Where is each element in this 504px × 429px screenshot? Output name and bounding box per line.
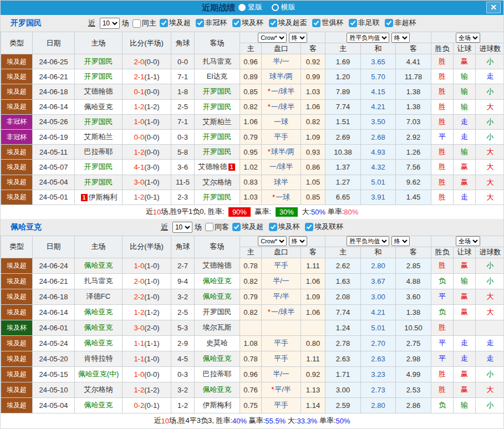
checkbox-icon[interactable] bbox=[305, 223, 313, 231]
eu-away-odds: 4.99 bbox=[396, 366, 431, 382]
league-filter-checkbox[interactable]: 世俱杯 bbox=[312, 18, 343, 28]
checkbox-icon[interactable] bbox=[385, 19, 393, 27]
final-odds-select[interactable]: 终 bbox=[391, 33, 410, 43]
result-handicap: 赢 bbox=[454, 54, 476, 69]
home-team: 巴拉蒂耶 bbox=[75, 145, 123, 160]
league-filter-checkbox[interactable]: 埃及联杯 bbox=[305, 222, 343, 232]
ah-handicap bbox=[262, 320, 301, 335]
eu-away-odds: 1.45 bbox=[396, 190, 431, 205]
checkbox-icon[interactable] bbox=[232, 223, 241, 231]
match-count-select[interactable]: 10 bbox=[100, 18, 120, 29]
league-filter-checkbox[interactable]: 埃及超 bbox=[160, 18, 191, 28]
result-handicap: 走 bbox=[454, 190, 476, 205]
ah-away-odds: 1.09 bbox=[301, 289, 325, 304]
col-home: 主场 bbox=[75, 236, 123, 258]
score: 1-2(0-0) bbox=[123, 145, 171, 160]
league-filter-checkbox[interactable]: 埃及杯 bbox=[269, 222, 300, 232]
close-icon: ✕ bbox=[490, 3, 497, 12]
away-team: 埃尔瓦斯 bbox=[195, 320, 240, 335]
checkbox-icon[interactable] bbox=[269, 19, 277, 27]
league-filter-checkbox[interactable]: 非冠杯 bbox=[196, 18, 227, 28]
ah-home-odds: 1.08 bbox=[240, 335, 262, 351]
col-corner: 角球 bbox=[171, 32, 195, 54]
checkbox-icon[interactable] bbox=[232, 19, 241, 27]
checkbox-icon[interactable] bbox=[196, 19, 204, 27]
score: 1-2(1-2) bbox=[123, 99, 171, 114]
avg-odds-select[interactable]: 胜平负均值 bbox=[347, 236, 389, 246]
checkbox-icon[interactable] bbox=[133, 19, 141, 28]
league-filter-checkbox[interactable]: 埃及超 bbox=[232, 222, 263, 232]
result-goals: 走 bbox=[476, 335, 504, 351]
ah-handicap: *球半/两 bbox=[262, 145, 301, 160]
corners: 0-3 bbox=[171, 129, 195, 144]
ah-away-odds: 1.11 bbox=[301, 351, 325, 366]
league-filter-checkbox[interactable]: 非足联 bbox=[349, 18, 380, 28]
eu-draw-odds: 3.23 bbox=[361, 366, 396, 382]
result-handicap: 赢 bbox=[454, 175, 476, 190]
section2-filter-bar: 佩哈亚克 近 10 场 同客 埃及超 埃及杯 埃及联杯 bbox=[1, 219, 503, 236]
result-handicap: 输 bbox=[454, 84, 476, 99]
same-venue-checkbox[interactable]: 同客 bbox=[205, 222, 229, 232]
col-score: 比分(半场) bbox=[123, 32, 171, 54]
result-handicap: 赢 bbox=[454, 258, 476, 273]
avg-odds-select[interactable]: 胜平负均值 bbox=[347, 33, 389, 43]
score: 0-1(0-0) bbox=[123, 84, 171, 99]
eu-away-odds: 3.60 bbox=[396, 289, 431, 304]
result-wdl: 负 bbox=[431, 397, 454, 413]
radio-icon[interactable] bbox=[272, 4, 279, 11]
section1-summary: 近10场,胜9平1负0, 胜率: 90% 赢率: 30% 大:50% 单率:80… bbox=[1, 205, 503, 219]
ah-home-odds: 0.85 bbox=[240, 84, 262, 99]
eu-draw-odds: 5.70 bbox=[361, 69, 396, 84]
eu-draw-odds: 4.21 bbox=[361, 99, 396, 114]
scope-select[interactable]: 全场 bbox=[456, 236, 480, 246]
result-handicap: 输 bbox=[454, 273, 476, 289]
result-goals: 小 bbox=[476, 258, 504, 273]
final-odds-select[interactable]: 终 bbox=[289, 33, 307, 43]
eu-draw-odds: 3.00 bbox=[361, 289, 396, 304]
home-team: 佩哈亚克(中) bbox=[75, 366, 123, 382]
same-venue-checkbox[interactable]: 同主 bbox=[133, 18, 156, 28]
eu-draw-odds: 3.65 bbox=[361, 54, 396, 69]
checkbox-icon[interactable] bbox=[205, 223, 213, 231]
radio-icon[interactable] bbox=[238, 4, 246, 11]
league-filter-checkbox[interactable]: 非超杯 bbox=[385, 18, 416, 28]
score: 0-0(0-0) bbox=[123, 129, 171, 144]
match-count-select[interactable]: 10 bbox=[172, 222, 192, 233]
checkbox-icon[interactable] bbox=[269, 223, 277, 231]
away-team: 伊斯梅利 bbox=[195, 397, 240, 413]
bookmaker-select[interactable]: Crow* bbox=[258, 33, 287, 43]
ah-handicap: *平/半 bbox=[262, 382, 301, 397]
close-button[interactable]: ✕ bbox=[486, 2, 501, 13]
away-team: 艾斯柏兰 bbox=[195, 114, 240, 129]
summary-segment: 大: bbox=[300, 207, 311, 217]
eu-away-odds: 9.62 bbox=[396, 175, 431, 190]
match-type-badge: 埃及超 bbox=[1, 69, 33, 84]
score: 1-0(0-0) bbox=[123, 366, 171, 382]
league-filter-checkbox[interactable]: 埃及超盃 bbox=[269, 18, 307, 28]
radio-label[interactable]: 横版 bbox=[281, 2, 296, 12]
ah-home-odds: 0.75 bbox=[240, 397, 262, 413]
checkbox-icon[interactable] bbox=[312, 19, 320, 27]
scope-select[interactable]: 全场 bbox=[456, 33, 480, 43]
ah-handicap: 平手 bbox=[262, 129, 301, 144]
league-filter-checkbox[interactable]: 埃及杯 bbox=[232, 18, 263, 28]
result-wdl: 平 bbox=[431, 335, 454, 351]
near-label[interactable]: 近 bbox=[88, 18, 95, 28]
result-handicap: 输 bbox=[454, 69, 476, 84]
match-date: 24-05-26 bbox=[33, 114, 75, 129]
col-type: 类型 bbox=[1, 236, 33, 258]
away-team: 佩哈亚克 bbox=[195, 289, 240, 304]
layout-radio[interactable]: 竖版 bbox=[238, 2, 262, 12]
layout-radio[interactable]: 横版 bbox=[272, 2, 296, 12]
final-odds-select[interactable]: 终 bbox=[289, 236, 307, 246]
checkbox-icon[interactable] bbox=[160, 19, 168, 27]
section1-table: 类型 日期 主场 比分(半场) 角球 客场 Crow* 终 胜平负均值 终 全场 bbox=[1, 32, 504, 205]
bookmaker-select[interactable]: Crow* bbox=[258, 236, 287, 246]
eu-draw-odds: 4.21 bbox=[361, 304, 396, 320]
near-label[interactable]: 近 bbox=[161, 222, 168, 232]
eu-away-odds: 2.85 bbox=[396, 258, 431, 273]
radio-label[interactable]: 竖版 bbox=[248, 2, 262, 12]
result-wdl: 平 bbox=[431, 129, 454, 144]
final-odds-select[interactable]: 终 bbox=[391, 236, 410, 246]
checkbox-icon[interactable] bbox=[349, 19, 357, 27]
